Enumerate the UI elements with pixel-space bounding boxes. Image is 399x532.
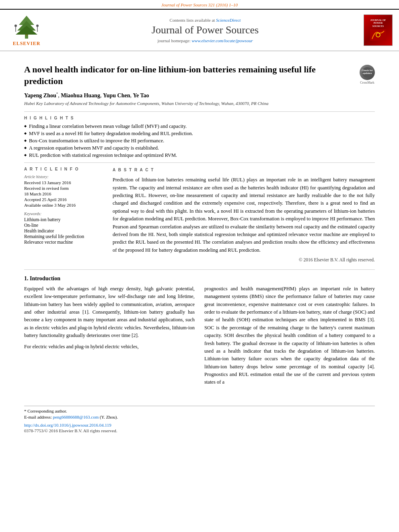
highlight-3: Box-Cox transformation is utilized to im…: [24, 138, 375, 144]
citation-text: Journal of Power Sources 321 (2016) 1–10: [161, 2, 238, 7]
highlight-2: MVF is used as a novel HI for battery de…: [24, 131, 375, 137]
crossmark: Check for updates CrossMark: [360, 65, 375, 84]
author-yapeng: Yapeng Zhou: [24, 92, 56, 99]
history-label: Article history:: [24, 175, 105, 179]
keyword-3: Health indicator: [24, 228, 105, 233]
journal-logo: JOURNAL OFPOWERSOURCES: [364, 14, 393, 46]
divider-3: [24, 269, 375, 270]
intro-para-3: prognostics and health management(PHM) p…: [204, 285, 375, 386]
keyword-4: Remaining useful life prediction: [24, 234, 105, 239]
corresponding-label: * Corresponding author.: [24, 409, 375, 413]
journal-header: ELSEVIER Contents lists available at Sci…: [0, 9, 399, 51]
abstract-col: A B S T R A C T Prediction of lithium-io…: [113, 167, 375, 264]
highlight-4: A regression equation between MVF and ca…: [24, 145, 375, 151]
keyword-2: On-line: [24, 223, 105, 228]
elsevier-wordmark: ELSEVIER: [13, 41, 41, 47]
divider-1: [24, 111, 375, 112]
author-miaohua: Miaohua Huang: [61, 92, 100, 99]
header-center: Contents lists available at ScienceDirec…: [51, 18, 359, 43]
doi-link[interactable]: http://dx.doi.org/10.1016/j.jpowsour.201…: [24, 423, 111, 427]
article-info-label: A R T I C L E I N F O: [24, 167, 105, 171]
authors-line: Yapeng Zhou*, Miaohua Huang, Yupu Chen, …: [24, 92, 375, 99]
crossmark-label: CrossMark: [360, 81, 375, 84]
highlight-1: Finding a linear correlation between mea…: [24, 123, 375, 129]
article-abstract-cols: A R T I C L E I N F O Article history: R…: [24, 167, 375, 264]
elsevier-logo: ELSEVIER: [6, 14, 47, 47]
sciencedirect-link[interactable]: ScienceDirect: [216, 18, 241, 23]
highlights-section: H I G H L I G H T S Finding a linear cor…: [24, 116, 375, 158]
issn-line: 0378-7753/© 2016 Elsevier B.V. All right…: [24, 428, 375, 433]
accepted-date: Accepted 25 April 2016: [24, 197, 105, 202]
abstract-text: Prediction of lithium-ion batteries rema…: [113, 176, 375, 254]
journal-homepage: journal homepage: www.elsevier.com/locat…: [51, 38, 359, 43]
keywords-label: Keywords:: [24, 212, 105, 216]
abstract-label: A B S T R A C T: [113, 167, 375, 173]
footnote-area: * Corresponding author. E-mail address: …: [24, 406, 375, 433]
paper-title: A novel health indicator for on-line lit…: [24, 64, 375, 87]
author-ye: Ye Tao: [133, 92, 149, 99]
main-content: Check for updates CrossMark A novel heal…: [0, 51, 399, 440]
intro-left-col: Equipped with the advantages of high ene…: [24, 285, 195, 390]
top-bar: Journal of Power Sources 321 (2016) 1–10: [0, 0, 399, 9]
highlight-5: RUL prediction with statistical regressi…: [24, 152, 375, 158]
intro-para-1: Equipped with the advantages of high ene…: [24, 285, 195, 340]
doi-line: http://dx.doi.org/10.1016/j.jpowsour.201…: [24, 423, 375, 427]
author-names: Yapeng Zhou*, Miaohua Huang, Yupu Chen, …: [24, 92, 149, 99]
received-date: Received 13 January 2016: [24, 180, 105, 185]
divider-2: [24, 162, 375, 163]
available-date: Available online 3 May 2016: [24, 203, 105, 207]
affiliation: Hubei Key Laboratory of Advanced Technol…: [24, 101, 375, 106]
intro-right-col: prognostics and health management(PHM) p…: [204, 285, 375, 390]
keyword-1: Lithium-ion battery: [24, 217, 105, 222]
author-yupu: Yupu Chen: [103, 92, 130, 99]
svg-text:Check for: Check for: [362, 69, 373, 72]
svg-point-5: [14, 25, 17, 27]
article-info-col: A R T I C L E I N F O Article history: R…: [24, 167, 105, 264]
email-link[interactable]: peng66886688@163.com: [53, 415, 99, 419]
intro-cols: Equipped with the advantages of high ene…: [24, 285, 375, 390]
highlights-list: Finding a linear correlation between mea…: [24, 123, 375, 158]
svg-text:updates: updates: [362, 72, 372, 74]
email-line: E-mail address: peng66886688@163.com (Y.…: [24, 415, 375, 419]
revised-date: 18 March 2016: [24, 191, 105, 196]
intro-para-2: For electric vehicles and plug-in hybrid…: [24, 343, 195, 351]
copyright-line: © 2016 Elsevier B.V. All rights reserved…: [113, 257, 375, 264]
keyword-5: Relevance vector machine: [24, 240, 105, 244]
highlights-label: H I G H L I G H T S: [24, 116, 375, 120]
introduction-section: 1. Introduction Equipped with the advant…: [24, 275, 375, 390]
history-group: Article history: Received 13 January 201…: [24, 175, 105, 207]
contents-available: Contents lists available at ScienceDirec…: [51, 18, 359, 23]
journal-title-header: Journal of Power Sources: [51, 24, 359, 36]
svg-point-7: [36, 25, 39, 27]
intro-heading: 1. Introduction: [24, 275, 375, 282]
keywords-section: Keywords: Lithium-ion battery On-line He…: [24, 212, 105, 244]
homepage-link[interactable]: www.elsevier.com/locate/jpowsour: [191, 38, 253, 43]
received-revised-label: Received in revised form: [24, 186, 105, 191]
